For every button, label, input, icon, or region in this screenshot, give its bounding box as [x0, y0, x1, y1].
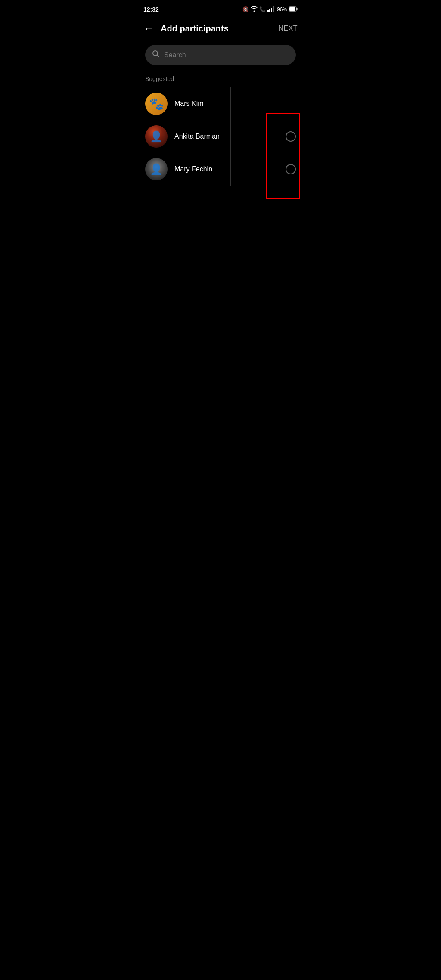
- contact-radio[interactable]: [286, 164, 296, 174]
- section-suggested-label: Suggested: [137, 72, 304, 87]
- search-container: [137, 41, 304, 72]
- contact-radio[interactable]: [286, 131, 296, 142]
- toolbar: ← Add participants NEXT: [137, 17, 304, 41]
- svg-rect-3: [273, 6, 274, 12]
- avatar: 👤: [145, 125, 168, 148]
- avatar-icon: 👤: [150, 130, 163, 143]
- back-button[interactable]: ←: [143, 23, 154, 34]
- status-bar: 12:32 🔇 📞 96%: [137, 0, 304, 17]
- wifi-icon: [251, 6, 258, 13]
- svg-rect-5: [297, 8, 298, 10]
- battery-icon: [289, 6, 298, 13]
- avatar: 🐾: [145, 93, 168, 115]
- next-button[interactable]: NEXT: [278, 25, 298, 32]
- contact-item[interactable]: 👤 Mary Fechin: [137, 153, 304, 186]
- mute-icon: 🔇: [242, 6, 249, 12]
- svg-rect-6: [289, 7, 295, 11]
- avatar-icon: 🐾: [149, 97, 164, 111]
- contact-name: Ankita Barman: [174, 133, 286, 140]
- contact-item[interactable]: 👤 Ankita Barman: [137, 120, 304, 153]
- contact-item[interactable]: 🐾 Mars Kim: [137, 87, 304, 120]
- page-title: Add participants: [161, 24, 229, 34]
- svg-rect-2: [271, 8, 272, 12]
- contact-name: Mary Fechin: [174, 165, 286, 173]
- status-time: 12:32: [143, 6, 159, 13]
- battery-percentage: 96%: [277, 6, 287, 12]
- svg-rect-0: [267, 10, 269, 12]
- toolbar-left: ← Add participants: [143, 23, 229, 34]
- contact-list: 🐾 Mars Kim 👤 Ankita Barman 👤 Mary Fechin: [137, 87, 304, 186]
- contact-name: Mars Kim: [174, 100, 296, 108]
- signal-icon: [267, 6, 274, 13]
- search-icon: [152, 50, 160, 60]
- status-icons: 🔇 📞 96%: [242, 6, 298, 13]
- avatar: 👤: [145, 158, 168, 180]
- search-bar[interactable]: [145, 45, 296, 65]
- svg-rect-1: [269, 9, 270, 12]
- call-icon: 📞: [259, 6, 266, 12]
- svg-line-8: [157, 55, 159, 57]
- avatar-icon: 👤: [150, 163, 163, 175]
- search-input[interactable]: [164, 51, 289, 59]
